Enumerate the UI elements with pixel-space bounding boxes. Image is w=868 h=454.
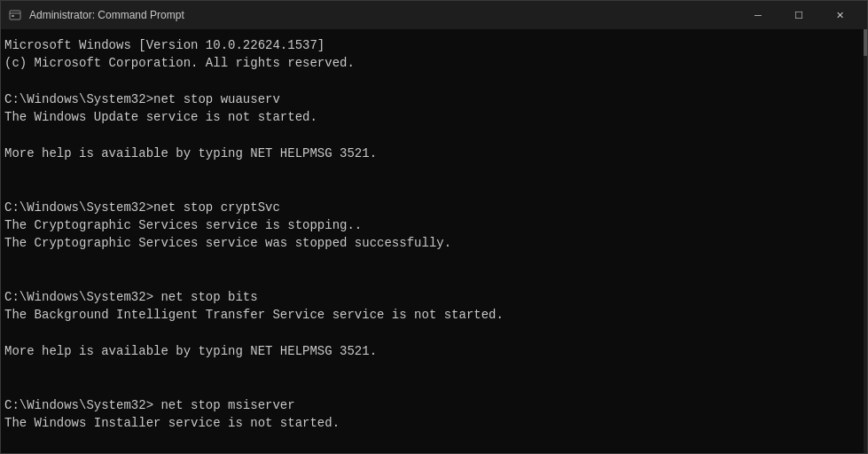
- close-button[interactable]: ✕: [819, 1, 860, 29]
- window-controls: ─ ☐ ✕: [738, 1, 860, 29]
- scrollbar-thumb[interactable]: [864, 29, 867, 56]
- svg-rect-0: [10, 11, 20, 20]
- window-title: Administrator: Command Prompt: [29, 9, 738, 21]
- terminal-output: Microsoft Windows [Version 10.0.22624.15…: [4, 36, 864, 453]
- minimize-button[interactable]: ─: [738, 1, 778, 29]
- maximize-button[interactable]: ☐: [778, 1, 819, 29]
- window-icon: [8, 8, 22, 22]
- svg-rect-2: [12, 15, 14, 17]
- terminal-body[interactable]: Microsoft Windows [Version 10.0.22624.15…: [1, 29, 867, 453]
- titlebar: Administrator: Command Prompt ─ ☐ ✕: [1, 1, 867, 29]
- scrollbar[interactable]: [864, 29, 867, 453]
- command-prompt-window: Administrator: Command Prompt ─ ☐ ✕ Micr…: [0, 0, 868, 454]
